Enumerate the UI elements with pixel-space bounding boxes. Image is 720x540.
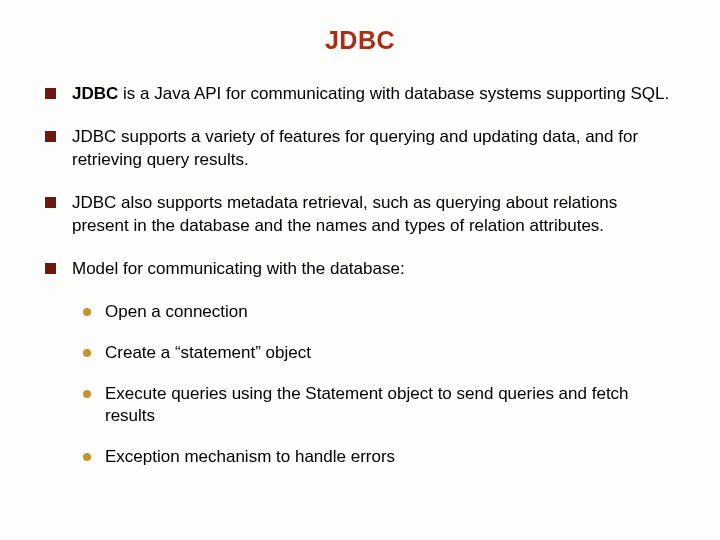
subbullet-item-1: Open a connection bbox=[83, 301, 675, 324]
bold-term: JDBC bbox=[72, 84, 118, 103]
circle-bullet-icon bbox=[83, 349, 91, 357]
subbullet-item-4: Exception mechanism to handle errors bbox=[83, 446, 675, 469]
circle-bullet-icon bbox=[83, 390, 91, 398]
circle-bullet-icon bbox=[83, 453, 91, 461]
bullet-text: JDBC also supports metadata retrieval, s… bbox=[72, 192, 675, 238]
subbullet-item-2: Create a “statement” object bbox=[83, 342, 675, 365]
square-bullet-icon bbox=[45, 131, 56, 142]
slide: JDBC JDBC is a Java API for communicatin… bbox=[0, 0, 720, 507]
bullet-item-3: JDBC also supports metadata retrieval, s… bbox=[45, 192, 675, 238]
bullet-item-4: Model for communicating with the databas… bbox=[45, 258, 675, 281]
bullet-item-1: JDBC is a Java API for communicating wit… bbox=[45, 83, 675, 106]
subbullet-text: Create a “statement” object bbox=[105, 342, 675, 365]
subbullet-text: Exception mechanism to handle errors bbox=[105, 446, 675, 469]
slide-title: JDBC bbox=[45, 26, 675, 55]
bullet-text: Model for communicating with the databas… bbox=[72, 258, 675, 281]
square-bullet-icon bbox=[45, 197, 56, 208]
square-bullet-icon bbox=[45, 263, 56, 274]
subbullet-item-3: Execute queries using the Statement obje… bbox=[83, 383, 675, 429]
bullet-text: JDBC is a Java API for communicating wit… bbox=[72, 83, 675, 106]
subbullet-text: Execute queries using the Statement obje… bbox=[105, 383, 675, 429]
rest-text: is a Java API for communicating with dat… bbox=[118, 84, 669, 103]
square-bullet-icon bbox=[45, 88, 56, 99]
bullet-text: JDBC supports a variety of features for … bbox=[72, 126, 675, 172]
circle-bullet-icon bbox=[83, 308, 91, 316]
bullet-item-2: JDBC supports a variety of features for … bbox=[45, 126, 675, 172]
subbullet-text: Open a connection bbox=[105, 301, 675, 324]
